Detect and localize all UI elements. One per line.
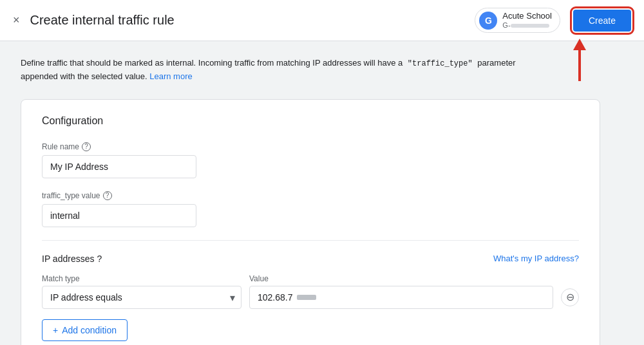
account-chip[interactable]: G Acute School G- [475,8,560,33]
add-condition-button[interactable]: + Add condition [42,319,128,341]
traffic-type-help-icon[interactable]: ? [103,191,112,200]
match-row: Match type IP address equals IP address … [42,274,579,309]
create-button[interactable]: Create [573,10,631,32]
ip-section-header: IP addresses ? What's my IP address? [42,254,579,264]
ip-help-icon[interactable]: ? [97,254,102,264]
traffic-type-input[interactable] [42,204,196,227]
value-column: Value 102.68.7 [249,274,553,309]
section-divider [42,240,579,241]
card-title: Configuration [42,115,579,127]
whats-my-ip-link[interactable]: What's my IP address? [493,254,579,263]
page-title: Create internal traffic rule [30,13,475,28]
account-icon: G [479,12,497,30]
description-text: Define traffic that should be marked as … [21,57,523,84]
configuration-card: Configuration Rule name ? traffic_type v… [21,99,600,345]
rule-name-help-icon[interactable]: ? [82,142,91,151]
match-type-column: Match type IP address equals IP address … [42,274,242,309]
traffic-type-field-group: traffic_type value ? [42,191,579,227]
ip-value-display: 102.68.7 [249,286,553,309]
account-id: G- [502,21,552,30]
rule-name-field-group: Rule name ? [42,142,579,178]
match-type-label: Match type [42,274,242,283]
header: × Create internal traffic rule G Acute S… [0,0,644,41]
account-name: Acute School [502,11,552,21]
rule-name-input[interactable] [42,155,196,178]
account-id-bar [511,24,549,28]
remove-condition-button[interactable]: ⊖ [561,288,579,306]
value-label: Value [249,274,553,283]
account-info: Acute School G- [502,11,552,30]
traffic-type-label: traffic_type value ? [42,191,579,200]
rule-name-label: Rule name ? [42,142,579,151]
match-type-select-wrapper: IP address equals IP address begins with… [42,286,242,309]
main-content: Define traffic that should be marked as … [0,41,644,345]
minus-icon: ⊖ [566,291,574,303]
add-icon: + [53,325,58,335]
ip-value-masked [297,295,316,300]
arrow-line [578,49,581,81]
close-button[interactable]: × [13,14,20,27]
arrow-indicator [573,39,586,81]
ip-section-title: IP addresses ? [42,254,102,264]
learn-more-link[interactable]: Learn more [149,71,192,81]
match-type-select[interactable]: IP address equals IP address begins with… [42,286,242,309]
